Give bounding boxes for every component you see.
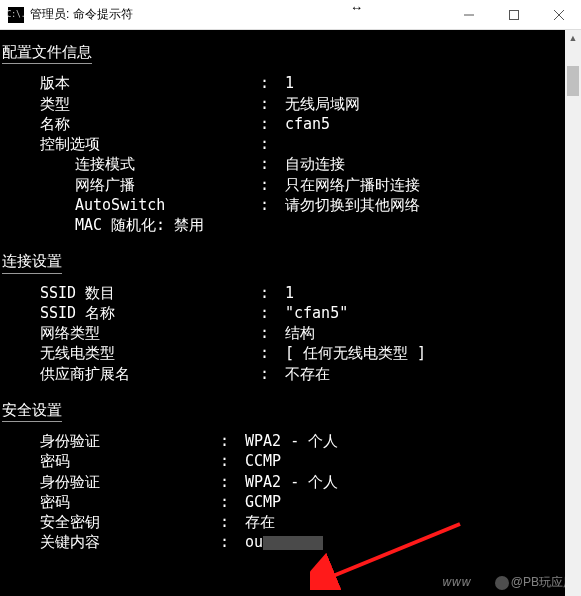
row-value: 只在网络广播时连接 bbox=[285, 175, 581, 195]
output-row: 密码:CCMP bbox=[0, 451, 581, 471]
row-value: CCMP bbox=[245, 451, 581, 471]
output-row: AutoSwitch:请勿切换到其他网络 bbox=[0, 195, 581, 215]
row-key: SSID 名称 bbox=[0, 303, 260, 323]
terminal-output: 配置文件信息 版本:1类型:无线局域网名称:cfan5控制选项:连接模式:自动连… bbox=[0, 30, 581, 596]
vertical-scrollbar[interactable]: ▲ bbox=[565, 30, 581, 596]
row-key: AutoSwitch bbox=[0, 195, 260, 215]
output-row: 类型:无线局域网 bbox=[0, 94, 581, 114]
section-header-conn: 连接设置 bbox=[2, 251, 62, 273]
row-value bbox=[285, 215, 581, 235]
row-key: 连接模式 bbox=[0, 154, 260, 174]
output-row: 控制选项: bbox=[0, 134, 581, 154]
row-value: 自动连接 bbox=[285, 154, 581, 174]
row-value: cfan5 bbox=[285, 114, 581, 134]
window-controls bbox=[446, 0, 581, 30]
output-row: 网络广播:只在网络广播时连接 bbox=[0, 175, 581, 195]
row-colon: : bbox=[260, 114, 285, 134]
row-value: "cfan5" bbox=[285, 303, 581, 323]
row-value: 1 bbox=[285, 283, 581, 303]
cmd-icon: C:\. bbox=[8, 7, 24, 23]
row-colon: : bbox=[260, 364, 285, 384]
row-key: 名称 bbox=[0, 114, 260, 134]
close-button[interactable] bbox=[536, 0, 581, 30]
row-colon: : bbox=[260, 175, 285, 195]
output-row: MAC 随机化: 禁用 bbox=[0, 215, 581, 235]
row-value: 存在 bbox=[245, 512, 581, 532]
row-colon: : bbox=[260, 283, 285, 303]
row-colon: : bbox=[260, 195, 285, 215]
output-row: 无线电类型:[ 任何无线电类型 ] bbox=[0, 343, 581, 363]
output-row: 连接模式:自动连接 bbox=[0, 154, 581, 174]
row-colon: : bbox=[260, 323, 285, 343]
output-row: 版本:1 bbox=[0, 73, 581, 93]
minimize-button[interactable] bbox=[446, 0, 491, 30]
row-key: MAC 随机化: 禁用 bbox=[0, 215, 260, 235]
row-colon: : bbox=[260, 134, 285, 154]
row-key: 关键内容 bbox=[0, 532, 220, 552]
redacted-block bbox=[263, 536, 323, 550]
output-row: SSID 数目:1 bbox=[0, 283, 581, 303]
row-value: 1 bbox=[285, 73, 581, 93]
row-key: 版本 bbox=[0, 73, 260, 93]
row-key: 安全密钥 bbox=[0, 512, 220, 532]
row-value: 请勿切换到其他网络 bbox=[285, 195, 581, 215]
maximize-button[interactable] bbox=[491, 0, 536, 30]
row-colon: : bbox=[260, 303, 285, 323]
row-key: 身份验证 bbox=[0, 431, 220, 451]
scroll-thumb[interactable] bbox=[567, 66, 579, 96]
row-value: GCMP bbox=[245, 492, 581, 512]
row-value: [ 任何无线电类型 ] bbox=[285, 343, 581, 363]
output-row: 关键内容:ou bbox=[0, 532, 581, 552]
watermark: www @PB玩应用 bbox=[442, 574, 575, 590]
scroll-up-arrow-icon[interactable]: ▲ bbox=[565, 30, 581, 46]
row-value: 无线局域网 bbox=[285, 94, 581, 114]
row-value bbox=[285, 134, 581, 154]
output-row: 安全密钥:存在 bbox=[0, 512, 581, 532]
row-key: 身份验证 bbox=[0, 472, 220, 492]
weibo-icon bbox=[495, 576, 509, 590]
row-key: 密码 bbox=[0, 451, 220, 471]
output-row: SSID 名称:"cfan5" bbox=[0, 303, 581, 323]
output-row: 密码:GCMP bbox=[0, 492, 581, 512]
row-value: ou bbox=[245, 532, 581, 552]
section-header-profile: 配置文件信息 bbox=[2, 42, 92, 64]
row-colon: : bbox=[220, 532, 245, 552]
window-titlebar: C:\. 管理员: 命令提示符 ↔ bbox=[0, 0, 581, 30]
row-key: 网络类型 bbox=[0, 323, 260, 343]
row-value: 结构 bbox=[285, 323, 581, 343]
output-row: 供应商扩展名:不存在 bbox=[0, 364, 581, 384]
resize-handle-icon: ↔ bbox=[350, 0, 363, 15]
row-key: 无线电类型 bbox=[0, 343, 260, 363]
svg-rect-1 bbox=[509, 10, 518, 19]
output-row: 身份验证:WPA2 - 个人 bbox=[0, 431, 581, 451]
row-key: 网络广播 bbox=[0, 175, 260, 195]
row-colon: : bbox=[260, 73, 285, 93]
row-key: 类型 bbox=[0, 94, 260, 114]
output-row: 身份验证:WPA2 - 个人 bbox=[0, 472, 581, 492]
row-value: WPA2 - 个人 bbox=[245, 431, 581, 451]
row-key: 供应商扩展名 bbox=[0, 364, 260, 384]
row-colon: : bbox=[260, 154, 285, 174]
row-colon: : bbox=[220, 512, 245, 532]
output-row: 名称:cfan5 bbox=[0, 114, 581, 134]
row-key: SSID 数目 bbox=[0, 283, 260, 303]
row-value: 不存在 bbox=[285, 364, 581, 384]
row-key: 控制选项 bbox=[0, 134, 260, 154]
row-colon bbox=[260, 215, 285, 235]
row-colon: : bbox=[220, 492, 245, 512]
output-row: 网络类型:结构 bbox=[0, 323, 581, 343]
row-colon: : bbox=[220, 431, 245, 451]
row-colon: : bbox=[220, 451, 245, 471]
row-colon: : bbox=[220, 472, 245, 492]
window-title: 管理员: 命令提示符 bbox=[30, 6, 446, 23]
row-value: WPA2 - 个人 bbox=[245, 472, 581, 492]
row-colon: : bbox=[260, 94, 285, 114]
row-colon: : bbox=[260, 343, 285, 363]
section-header-security: 安全设置 bbox=[2, 400, 62, 422]
row-key: 密码 bbox=[0, 492, 220, 512]
